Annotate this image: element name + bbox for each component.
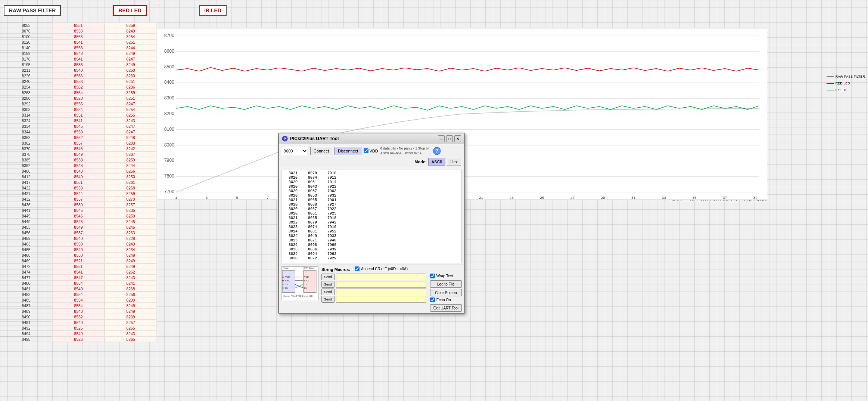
wrap-text-checkbox[interactable]	[430, 274, 435, 278]
macro-row-4: Send	[321, 296, 426, 303]
raw-cell: 8417	[0, 179, 52, 185]
uart-info-line1: 8 data bits - No parity - 1 Stop bit.	[380, 146, 430, 151]
uart-data-cell: 7910	[321, 225, 336, 229]
ir-cell: 8249	[105, 263, 157, 269]
help-icon[interactable]: ?	[433, 147, 441, 155]
uart-data-cell: 7925	[321, 212, 336, 216]
log-to-file-button[interactable]: Log to File	[430, 280, 462, 288]
red-cell: 8548	[52, 50, 105, 56]
uart-data-cell: 8074	[302, 225, 317, 229]
svg-text:31: 31	[631, 195, 636, 200]
macro-input-3[interactable]	[336, 289, 426, 295]
red-cell: 8528	[52, 95, 105, 101]
ir-cell: 8245	[105, 224, 157, 230]
raw-cell: 8268	[0, 90, 52, 95]
ir-cell: 8270	[105, 196, 157, 202]
ir-cell: 8251	[105, 95, 157, 101]
red-cell: 8554	[52, 90, 105, 95]
hex-mode-button[interactable]: Hex	[447, 158, 461, 166]
macro-input-4[interactable]	[336, 296, 426, 303]
uart-data-cell: 8021	[283, 216, 298, 220]
uart-data-cell: 8020	[283, 180, 298, 184]
red-cell: 8562	[52, 84, 105, 90]
ir-led-label: IR LED	[199, 5, 227, 16]
uart-data-row: 802980647962	[283, 252, 460, 256]
ir-cell: 8249	[105, 62, 157, 67]
red-cell: 8540	[52, 247, 105, 252]
macro-send-2[interactable]: Send	[321, 281, 335, 288]
vdd-checkbox[interactable]	[364, 148, 368, 153]
echo-on-label[interactable]: Echo On	[430, 297, 462, 302]
ir-cell: 8260	[105, 67, 157, 73]
uart-data-cell: 7927	[321, 203, 336, 207]
svg-point-53	[282, 280, 284, 281]
red-cell: 8526	[52, 336, 105, 342]
svg-text:8000: 8000	[164, 142, 174, 148]
uart-data-row: 802180657901	[283, 198, 460, 202]
append-cr-lf-checkbox[interactable]	[355, 266, 360, 271]
svg-text:VDD: VDD	[304, 276, 309, 278]
uart-data-cell: 7929	[321, 256, 336, 260]
mode-group: Mode: ASCII Hex	[414, 158, 461, 166]
macro-send-4[interactable]: Send	[321, 296, 335, 303]
red-cell: 8550	[52, 241, 105, 247]
baud-rate-select[interactable]: 9600192003840057600115200	[282, 147, 308, 155]
uart-data-display[interactable]: 8021807879188020803479128020805179148020…	[281, 170, 462, 263]
red-cell: 8549	[52, 224, 105, 230]
raw-cell: 8474	[0, 269, 52, 275]
wrap-text-text: Wrap Text	[436, 274, 453, 278]
red-cell: 8540	[52, 286, 105, 292]
disconnect-button[interactable]: Disconnect	[335, 147, 361, 155]
raw-cell: 8392	[0, 163, 52, 168]
legend-ir: IR LED	[827, 88, 865, 92]
exit-uart-button[interactable]: Exit UART Tool	[430, 304, 462, 312]
red-cell: 8554	[52, 292, 105, 297]
ir-cell: 8243	[105, 118, 157, 123]
echo-on-checkbox[interactable]	[430, 297, 435, 302]
raw-cell: 8485	[0, 297, 52, 303]
minimize-button[interactable]: —	[438, 135, 445, 142]
raw-cell: 8483	[0, 292, 52, 297]
connect-button[interactable]: Connect	[310, 147, 332, 155]
red-cell: 8552	[52, 135, 105, 140]
ir-cell: 8251	[105, 39, 157, 45]
ir-cell: 8259	[105, 191, 157, 196]
red-cell: 8545	[52, 213, 105, 219]
ascii-mode-button[interactable]: ASCII	[428, 158, 446, 166]
red-cell: 8546	[52, 146, 105, 151]
red-cell: 8554	[52, 297, 105, 303]
red-cell: 8525	[52, 325, 105, 331]
uart-data-cell: 7942	[321, 220, 336, 225]
close-button[interactable]: ✕	[454, 135, 461, 142]
ir-cell: 8259	[105, 22, 157, 28]
uart-data-row: 802080347912	[283, 176, 460, 180]
clear-screen-button[interactable]: Clear Screen	[430, 289, 462, 296]
wrap-text-label[interactable]: Wrap Text	[430, 274, 462, 278]
uart-data-cell: 8068	[302, 243, 317, 247]
svg-text:TX: TX	[285, 283, 288, 286]
ir-cell: 8256	[105, 168, 157, 174]
uart-titlebar-controls[interactable]: — □ ✕	[438, 135, 461, 142]
uart-data-cell: 8022	[283, 220, 298, 225]
macro-send-1[interactable]: Send	[321, 274, 335, 280]
uart-data-cell: 8079	[302, 220, 317, 225]
ir-cell: 8245	[105, 219, 157, 224]
uart-data-cell: 7903	[321, 189, 336, 193]
red-cell: 8553	[52, 45, 105, 50]
red-cell: 8549	[52, 151, 105, 157]
append-cr-lf-label[interactable]: Append CR+LF (x0D + x0A)	[355, 266, 408, 271]
uart-title-icon: P	[282, 136, 288, 142]
vdd-checkbox-label[interactable]: VDD	[364, 148, 378, 153]
red-cell: 8533	[52, 28, 105, 34]
svg-text:23: 23	[510, 195, 514, 200]
restore-button[interactable]: □	[446, 135, 453, 142]
red-led-label: RED LED	[113, 5, 146, 16]
ir-cell: 8247	[105, 56, 157, 62]
uart-data-row: 802080437922	[283, 185, 460, 189]
raw-cell: 8412	[0, 174, 52, 179]
macro-input-1[interactable]	[336, 274, 426, 280]
macro-input-2[interactable]	[336, 281, 426, 288]
raw-cell: 8456	[0, 230, 52, 235]
svg-text:8300: 8300	[164, 95, 174, 101]
macro-send-3[interactable]: Send	[321, 289, 335, 295]
